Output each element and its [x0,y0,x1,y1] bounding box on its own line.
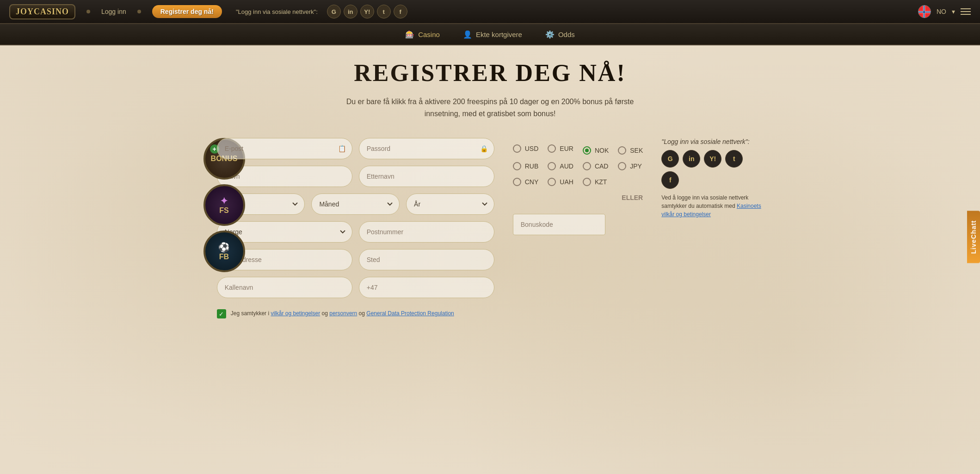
eller-text: ELLER [622,194,643,201]
kzt-radio[interactable] [583,178,591,186]
yahoo-nav-icon[interactable]: Y! [360,5,374,19]
tumblr-nav-icon[interactable]: t [377,5,391,19]
privacy-link[interactable]: personvern [329,310,357,317]
cad-label: CAD [595,162,609,170]
currency-grid: USD EUR NOK SEK RUB [513,143,643,202]
nav-live-dealers[interactable]: 👤 Ekte kortgivere [463,30,522,39]
freebet-badge-text: FB [219,253,229,261]
row-address [217,249,494,270]
brand-logo[interactable]: JOYCASINO [9,4,75,19]
phone-input[interactable] [359,277,494,298]
jpy-label: JPY [630,162,642,170]
row-nickname-phone [217,277,494,298]
cad-radio[interactable] [583,162,591,170]
nav-casino[interactable]: 🎰 Casino [405,30,440,39]
cny-label: CNY [525,178,539,186]
password-input[interactable] [359,138,494,159]
eur-radio[interactable] [548,144,556,153]
currency-sek[interactable]: SEK [618,146,643,155]
aud-label: AUD [560,162,573,170]
agree-text: Jeg samtykker i vilkår og betingelser og… [231,309,454,318]
login-link[interactable]: Logg inn [101,8,126,15]
email-input[interactable] [217,138,352,159]
nav-right: NO ▾ [918,5,971,18]
live-dealers-label: Ekte kortgivere [476,31,522,38]
language-arrow-icon[interactable]: ▾ [952,8,955,15]
uah-radio[interactable] [548,178,556,186]
currency-jpy[interactable]: JPY [618,162,643,170]
eur-label: EUR [560,145,573,152]
freebet-icon: ⚽ [218,242,230,253]
linkedin-nav-icon[interactable]: in [344,5,357,19]
currency-section: USD EUR NOK SEK RUB [513,138,643,318]
kzt-label: KZT [595,178,607,186]
freespins-icon: ✦ [220,195,228,206]
currency-usd[interactable]: USD [513,144,539,153]
currency-kzt[interactable]: KZT [583,178,609,186]
sidebar-social-title: "Logg inn via sosiale nettverk": [661,138,763,145]
uah-label: UAH [560,178,573,186]
rub-radio[interactable] [513,162,521,170]
livechat-button[interactable]: LiveChatt [967,211,980,263]
secondary-navigation: 🎰 Casino 👤 Ekte kortgivere ⚙️ Odds [0,24,980,45]
sek-radio[interactable] [618,146,626,155]
nav-dot [137,10,141,13]
google-nav-icon[interactable]: G [327,5,341,19]
hamburger-menu[interactable] [961,8,971,15]
sidebar-tumblr-icon[interactable]: t [725,150,743,168]
currency-uah[interactable]: UAH [548,178,573,186]
sidebar-linkedin-icon[interactable]: in [683,150,700,168]
gdpr-link[interactable]: General Data Protection Regulation [366,310,454,317]
freespins-badge-text: FS [219,206,228,215]
year-select[interactable]: År [406,193,494,215]
terms-link[interactable]: vilkår og betingelser [271,310,320,317]
registration-form: 📋 🔒 Dag Måned År [217,138,494,318]
city-input[interactable] [359,249,494,270]
form-container: + BONUS ✦ FS ⚽ FB 📋 🔒 [213,138,768,318]
right-sidebar: "Logg inn via sosiale nettverk": G in Y!… [661,138,763,318]
freespins-badge[interactable]: ✦ FS [203,184,245,226]
row-country-postal: Norge [217,221,494,243]
usd-radio[interactable] [513,144,521,153]
nav-dot [86,10,90,13]
usd-label: USD [525,145,539,152]
odds-icon: ⚙️ [545,30,555,39]
social-login-label: "Logg inn via sosiale nettverk": [236,8,318,15]
social-icons-nav: G in Y! t f [327,5,407,19]
sidebar-social-login: "Logg inn via sosiale nettverk": G in Y!… [661,138,763,218]
nav-odds[interactable]: ⚙️ Odds [545,30,575,39]
freebet-badge[interactable]: ⚽ FB [203,231,245,272]
row-dob: Dag Måned År [217,193,494,215]
language-code[interactable]: NO [937,8,946,15]
agree-section: Jeg samtykker i vilkår og betingelser og… [217,309,494,318]
email-field-wrapper: 📋 [217,138,352,159]
currency-cad[interactable]: CAD [583,162,609,170]
eller-container: ELLER [583,193,643,202]
register-button[interactable]: Registrer deg nå! [152,5,222,18]
currency-aud[interactable]: AUD [548,162,573,170]
nok-label: NOK [595,147,609,154]
row-email-password: 📋 🔒 [217,138,494,159]
bonus-code-input[interactable] [513,214,605,235]
casino-icon: 🎰 [405,30,414,39]
top-navigation: JOYCASINO Logg inn Registrer deg nå! "Lo… [0,0,980,24]
language-flag[interactable] [918,5,931,18]
row-name [217,166,494,187]
last-name-input[interactable] [359,166,494,187]
nickname-input[interactable] [217,277,352,298]
currency-nok[interactable]: NOK [583,146,609,155]
currency-cny[interactable]: CNY [513,178,539,186]
jpy-radio[interactable] [618,162,626,170]
agree-checkbox[interactable] [217,309,226,318]
facebook-nav-icon[interactable]: f [394,5,407,19]
sidebar-facebook-icon[interactable]: f [661,171,679,189]
sidebar-google-icon[interactable]: G [661,150,679,168]
sidebar-yahoo-icon[interactable]: Y! [704,150,721,168]
currency-eur[interactable]: EUR [548,144,573,153]
postal-input[interactable] [359,221,494,243]
month-select[interactable]: Måned [311,193,400,215]
aud-radio[interactable] [548,162,556,170]
cny-radio[interactable] [513,178,521,186]
nok-radio[interactable] [583,146,591,155]
currency-rub[interactable]: RUB [513,162,539,170]
